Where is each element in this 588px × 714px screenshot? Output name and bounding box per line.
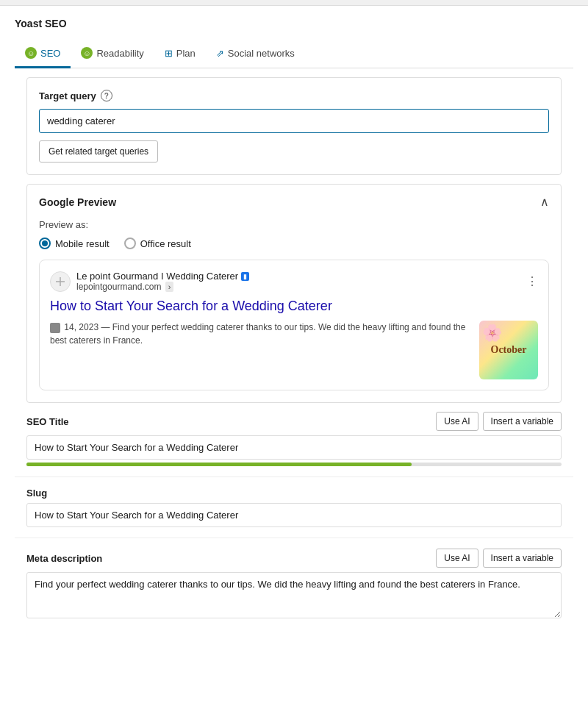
plan-grid-icon: ⊞ — [165, 48, 173, 59]
target-query-input[interactable] — [39, 109, 549, 133]
google-site-info: Le point Gourmand I Wedding Caterer ▮ le… — [50, 271, 249, 292]
tab-seo-label: SEO — [40, 48, 60, 59]
google-result-title[interactable]: How to Start Your Search for a Wedding C… — [50, 298, 538, 315]
meta-description-header: Meta description Use AI Insert a variabl… — [26, 549, 562, 568]
tab-seo[interactable]: ☺ SEO — [15, 40, 71, 68]
radio-mobile-circle — [39, 238, 51, 249]
meta-description-label: Meta description — [26, 553, 102, 564]
snippet-date-icon — [50, 323, 60, 333]
radio-mobile[interactable]: Mobile result — [39, 238, 110, 249]
chevron-up-icon: ∧ — [540, 195, 549, 209]
meta-description-actions: Use AI Insert a variable — [436, 549, 562, 568]
site-favicon — [50, 271, 71, 292]
site-name-badge: ▮ — [241, 272, 249, 281]
radio-office[interactable]: Office result — [124, 238, 191, 249]
site-url: lepointgourmand.com › — [76, 282, 249, 292]
tab-plan-label: Plan — [176, 48, 196, 59]
google-snippet-text: 14, 2023 — Find your perfect wedding cat… — [50, 321, 470, 347]
google-preview-title: Google Preview — [39, 196, 116, 208]
meta-insert-variable-button[interactable]: Insert a variable — [483, 549, 562, 568]
october-thumbnail: 🌸 October — [479, 321, 538, 379]
meta-use-ai-button[interactable]: Use AI — [436, 549, 478, 568]
target-query-label: Target query ? — [39, 90, 549, 101]
target-query-section: Target query ? Get related target querie… — [26, 77, 562, 175]
seo-title-header: SEO Title Use AI Insert a variable — [26, 412, 562, 431]
slug-label: Slug — [26, 488, 47, 499]
url-badge: › — [165, 282, 174, 292]
google-card-header: Le point Gourmand I Wedding Caterer ▮ le… — [50, 271, 538, 292]
seo-title-progress-fill — [26, 463, 412, 466]
seo-title-input[interactable] — [26, 435, 562, 460]
google-preview-section: Google Preview ∧ Preview as: Mobile resu… — [26, 184, 562, 403]
share-icon: ⇗ — [216, 48, 224, 59]
three-dots-menu-icon[interactable]: ⋮ — [526, 274, 538, 288]
meta-description-section: Meta description Use AI Insert a variabl… — [26, 549, 562, 621]
seo-title-label: SEO Title — [26, 416, 69, 427]
get-related-queries-button[interactable]: Get related target queries — [39, 140, 158, 163]
preview-radio-group: Mobile result Office result — [27, 238, 561, 260]
tab-social-label: Social networks — [228, 48, 295, 59]
google-result-card: Le point Gourmand I Wedding Caterer ▮ le… — [39, 260, 549, 390]
tab-bar: ☺ SEO ☺ Readability ⊞ Plan ⇗ Social netw… — [15, 40, 573, 68]
google-preview-header[interactable]: Google Preview ∧ — [27, 185, 561, 219]
meta-description-input[interactable]: Find your perfect wedding caterer thanks… — [26, 572, 562, 618]
seo-title-section: SEO Title Use AI Insert a variable — [26, 412, 562, 466]
seo-title-actions: Use AI Insert a variable — [436, 412, 562, 431]
help-icon[interactable]: ? — [101, 90, 112, 101]
seo-title-use-ai-button[interactable]: Use AI — [436, 412, 478, 431]
slug-input[interactable] — [26, 503, 562, 527]
site-name-block: Le point Gourmand I Wedding Caterer ▮ le… — [76, 271, 249, 292]
slug-section: Slug — [26, 488, 562, 527]
tab-social-networks[interactable]: ⇗ Social networks — [206, 40, 305, 68]
flowers-decoration: 🌸 — [482, 324, 502, 343]
google-snippet-area: 14, 2023 — Find your perfect wedding cat… — [50, 321, 538, 379]
seo-title-insert-variable-button[interactable]: Insert a variable — [483, 412, 562, 431]
site-name: Le point Gourmand I Wedding Caterer ▮ — [76, 271, 249, 282]
radio-office-circle — [124, 238, 136, 249]
slug-header: Slug — [26, 488, 562, 499]
preview-as-label: Preview as: — [27, 219, 561, 238]
tab-readability[interactable]: ☺ Readability — [71, 40, 154, 68]
tab-plan[interactable]: ⊞ Plan — [154, 40, 206, 68]
seo-title-progress-bar — [26, 463, 562, 466]
tab-readability-label: Readability — [96, 48, 143, 59]
readability-smiley-icon: ☺ — [81, 47, 93, 59]
app-title: Yoast SEO — [15, 18, 573, 29]
seo-smiley-icon: ☺ — [25, 47, 37, 59]
